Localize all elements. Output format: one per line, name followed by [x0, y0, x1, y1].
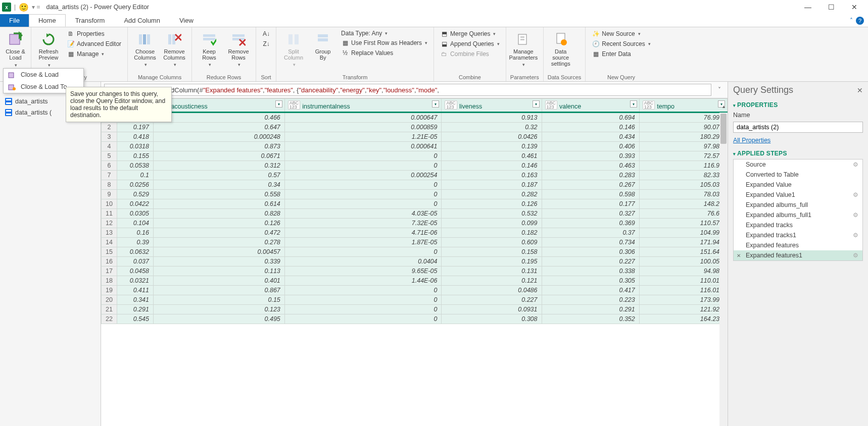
- close-and-load-button[interactable]: Close & Load: [4, 29, 27, 68]
- cell[interactable]: 0.121: [442, 276, 542, 286]
- table-row[interactable]: 210.2910.12300.09310.291121.927: [102, 305, 728, 314]
- row-number[interactable]: 11: [102, 209, 117, 219]
- cell[interactable]: 180.291: [639, 132, 727, 142]
- cell[interactable]: 110.011: [639, 276, 727, 286]
- remove-columns-button[interactable]: Remove Columns: [161, 29, 187, 68]
- cell[interactable]: 0.532: [442, 209, 542, 219]
- row-number[interactable]: 15: [102, 247, 117, 257]
- row-number[interactable]: 14: [102, 238, 117, 247]
- merge-queries-button[interactable]: ⬒Merge Queries: [438, 29, 502, 38]
- cell[interactable]: 0: [284, 295, 442, 305]
- sort-asc-button[interactable]: A↓: [260, 29, 272, 38]
- cell[interactable]: 9.65E-05: [284, 267, 442, 276]
- cell[interactable]: 148.28: [639, 199, 727, 209]
- cell[interactable]: 0.0256: [117, 180, 153, 190]
- cell[interactable]: 0.187: [442, 180, 542, 190]
- cell[interactable]: 0.545: [117, 314, 153, 324]
- cell[interactable]: 116.96: [639, 161, 727, 171]
- applied-step[interactable]: Expanded tracks1⚙: [734, 230, 862, 240]
- table-row[interactable]: 90.5290.55800.2820.59878.039: [102, 190, 728, 199]
- collapse-ribbon-icon[interactable]: ˄: [850, 17, 853, 24]
- row-number[interactable]: 8: [102, 180, 117, 190]
- cell[interactable]: 0: [284, 151, 442, 161]
- cell[interactable]: 0: [284, 190, 442, 199]
- row-number[interactable]: 12: [102, 219, 117, 228]
- cell[interactable]: 0.411: [117, 286, 153, 295]
- cell[interactable]: 105.037: [639, 180, 727, 190]
- cell[interactable]: 0.104: [117, 219, 153, 228]
- cell[interactable]: 104.999: [639, 228, 727, 238]
- gear-icon[interactable]: ⚙: [853, 252, 858, 259]
- cell[interactable]: 0.000248: [153, 132, 284, 142]
- row-number[interactable]: 21: [102, 305, 117, 314]
- cell[interactable]: 110.573: [639, 219, 727, 228]
- type-icon[interactable]: ABC 123: [445, 100, 457, 110]
- cell[interactable]: 164.235: [639, 314, 727, 324]
- cell[interactable]: 0.223: [542, 295, 639, 305]
- data-type-button[interactable]: Data Type: Any: [339, 29, 429, 37]
- applied-step[interactable]: Converted to Table: [734, 170, 862, 180]
- cell[interactable]: 0.15: [153, 295, 284, 305]
- cell[interactable]: 0.000859: [284, 123, 442, 132]
- combine-files-button[interactable]: 🗀Combine Files: [438, 49, 502, 59]
- cell[interactable]: 0.16: [117, 228, 153, 238]
- cell[interactable]: 0.155: [117, 151, 153, 161]
- applied-step[interactable]: Expanded Value: [734, 180, 862, 190]
- cell[interactable]: 0.0538: [117, 161, 153, 171]
- cell[interactable]: 0.158: [442, 247, 542, 257]
- cell[interactable]: 171.945: [639, 238, 727, 247]
- close-settings-button[interactable]: ✕: [857, 86, 863, 94]
- tab-view[interactable]: View: [170, 14, 203, 27]
- table-row[interactable]: 80.02560.3400.1870.267105.037: [102, 180, 728, 190]
- sort-desc-button[interactable]: Z↓: [260, 39, 272, 48]
- row-number[interactable]: 5: [102, 151, 117, 161]
- formula-input[interactable]: = Table.ExpandRecordColumn(# "Expanded f…: [104, 84, 711, 96]
- row-number[interactable]: 2: [102, 123, 117, 132]
- cell[interactable]: 0.614: [153, 199, 284, 209]
- applied-step[interactable]: Expanded features: [734, 240, 862, 250]
- cell[interactable]: 7.32E-05: [284, 219, 442, 228]
- cell[interactable]: 0.32: [442, 123, 542, 132]
- table-row[interactable]: 110.03050.8284.03E-050.5320.32776.61: [102, 209, 728, 219]
- cell[interactable]: 0.529: [117, 190, 153, 199]
- enter-data-button[interactable]: ▦Enter Data: [590, 49, 652, 59]
- cell[interactable]: 0.291: [117, 305, 153, 314]
- cell[interactable]: 0.406: [542, 142, 639, 151]
- cell[interactable]: 0.0422: [117, 199, 153, 209]
- cell[interactable]: 0.037: [117, 257, 153, 267]
- cell[interactable]: 0.000647: [284, 113, 442, 123]
- choose-columns-button[interactable]: Choose Columns: [132, 29, 158, 68]
- properties-section[interactable]: PROPERTIES: [733, 101, 863, 109]
- type-icon[interactable]: ABC 123: [643, 100, 655, 110]
- cell[interactable]: 100.051: [639, 257, 727, 267]
- cell[interactable]: 0.227: [542, 257, 639, 267]
- table-row[interactable]: 180.03210.4011.44E-060.1210.305110.011: [102, 276, 728, 286]
- cell[interactable]: 76.61: [639, 209, 727, 219]
- cell[interactable]: 0.182: [442, 228, 542, 238]
- applied-step[interactable]: Source⚙: [734, 159, 862, 170]
- cell[interactable]: 0.0931: [442, 305, 542, 314]
- table-row[interactable]: 170.04580.1139.65E-050.1310.33894.985: [102, 267, 728, 276]
- cell[interactable]: 0.00457: [153, 247, 284, 257]
- cell[interactable]: 0.434: [542, 132, 639, 142]
- table-row[interactable]: 70.10.570.0002540.1630.28382.338: [102, 171, 728, 180]
- cell[interactable]: 0.873: [153, 142, 284, 151]
- cell[interactable]: 0.418: [117, 132, 153, 142]
- row-number[interactable]: 19: [102, 286, 117, 295]
- cell[interactable]: 0.283: [542, 171, 639, 180]
- recent-sources-button[interactable]: 🕘Recent Sources: [590, 39, 652, 48]
- all-properties-link[interactable]: All Properties: [733, 137, 770, 144]
- cell[interactable]: 97.984: [639, 142, 727, 151]
- row-number[interactable]: 7: [102, 171, 117, 180]
- column-filter-button[interactable]: ▾: [275, 100, 282, 108]
- row-number[interactable]: 10: [102, 199, 117, 209]
- cell[interactable]: 173.996: [639, 295, 727, 305]
- table-row[interactable]: 130.160.4724.71E-060.1820.37104.999: [102, 228, 728, 238]
- cell[interactable]: 0.0305: [117, 209, 153, 219]
- minimize-button[interactable]: ―: [796, 0, 819, 14]
- qat-customizer[interactable]: ▾ =: [32, 4, 40, 11]
- cell[interactable]: 0.338: [542, 267, 639, 276]
- cell[interactable]: 0.126: [153, 219, 284, 228]
- table-row[interactable]: 220.5450.49500.3080.352164.235: [102, 314, 728, 324]
- row-number[interactable]: 22: [102, 314, 117, 324]
